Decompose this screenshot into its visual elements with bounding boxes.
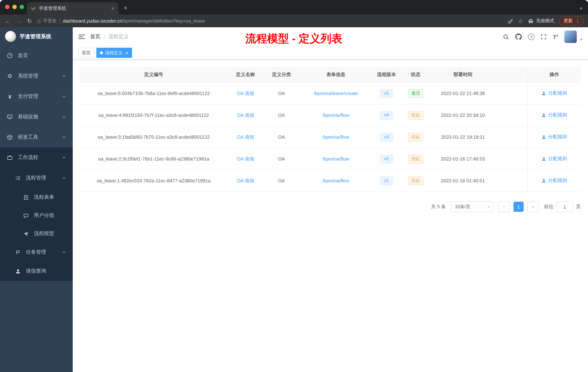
annotation-title: 流程模型 - 定义列表 <box>245 31 342 46</box>
sidebar-item-home[interactable]: 首页 <box>0 45 73 66</box>
workflow-section: 工作流程 流程管理 <box>0 147 73 281</box>
browser-tab[interactable]: 芋道管理系统 × <box>27 2 118 15</box>
sidebar-item-process-model[interactable]: 流程模型 <box>0 225 73 243</box>
goto-page-input[interactable]: 1 <box>556 201 573 212</box>
sidebar-item-user-group[interactable]: 用户分组 <box>0 206 73 225</box>
definition-table: 定义编号 定义名称 定义分类 表单信息 流程版本 状态 部署时间 操作 <box>80 67 581 192</box>
new-tab-button[interactable]: ＋ <box>122 3 129 12</box>
tab-close-icon[interactable]: × <box>111 5 115 11</box>
brand-avatar <box>5 31 16 42</box>
pagination: 共 5 条 10条/页 ▾ ‹ 1 › 前往 1 页 <box>80 201 581 212</box>
font-size-icon[interactable]: TT <box>553 34 558 40</box>
assign-rule-link[interactable]: 分配规则 <box>542 156 567 162</box>
definition-id: oa_leave:2:3c1f0ef1-76b1-11ec-9c66-a2380… <box>80 148 227 170</box>
table-row[interactable]: oa_leave:1:482ec033-762a-11ec-8477-a2380… <box>80 170 581 192</box>
user-avatar[interactable] <box>565 31 577 43</box>
chevron-down-icon <box>62 135 66 139</box>
address-bar[interactable]: ⚠ 不安全 dashboard.yudao.iocoder.cn/bpm/man… <box>37 18 503 24</box>
sidebar-item-task-management[interactable]: 任务管理 <box>0 243 73 262</box>
definition-name-link[interactable]: OA 请假 <box>237 112 254 118</box>
password-key-icon[interactable] <box>507 18 513 24</box>
version-badge: v1 <box>380 176 393 185</box>
sidebar-item-process-management[interactable]: 流程管理 <box>0 168 73 188</box>
close-window-button[interactable] <box>5 5 10 9</box>
tags-view-bar: 首页 流程定义 × <box>73 46 588 60</box>
table-row[interactable]: oa_leave:4:991f2193-7b7f-11ec-a3c8-acde4… <box>80 104 581 126</box>
definition-name-link[interactable]: OA 请假 <box>237 134 254 140</box>
status-badge: 挂起 <box>408 111 423 120</box>
next-page-button[interactable]: › <box>527 201 539 212</box>
col-status: 状态 <box>401 67 430 82</box>
version-badge: v3 <box>380 133 393 142</box>
minimize-window-button[interactable] <box>12 5 17 9</box>
sidebar-fold-icon[interactable] <box>79 34 85 39</box>
tag-close-icon[interactable]: × <box>126 50 128 55</box>
avatar-caret-icon[interactable]: ▾ <box>580 37 582 42</box>
form-link[interactable]: /bpm/oa/leave/create <box>314 91 358 96</box>
chevron-down-icon <box>62 74 66 78</box>
definition-name-link[interactable]: OA 请假 <box>237 156 254 161</box>
chat-bubble-icon <box>22 212 29 219</box>
zoom-window-button[interactable] <box>20 5 24 9</box>
table-row[interactable]: oa_leave:2:3c1f0ef1-76b1-11ec-9c66-a2380… <box>80 148 581 170</box>
help-icon[interactable]: ? <box>528 33 535 40</box>
omnibox-divider <box>59 18 60 23</box>
assign-rule-link[interactable]: 分配规则 <box>542 90 567 97</box>
breadcrumb-home[interactable]: 首页 <box>90 33 100 40</box>
sidebar-item-devtools[interactable]: 研发工具 <box>0 127 73 147</box>
url-text[interactable]: dashboard.yudao.iocoder.cn/bpm/manager/d… <box>63 18 205 24</box>
table-row[interactable]: oa_leave:3:1fad3d93-7b75-11ec-a3c8-acde4… <box>80 126 581 148</box>
form-link[interactable]: /bpm/oa/flow <box>322 134 349 140</box>
total-count: 共 5 条 <box>431 203 446 210</box>
search-icon[interactable] <box>503 34 509 40</box>
fullscreen-icon[interactable] <box>541 34 547 40</box>
browser-menu-icon[interactable]: ⋮ <box>575 18 580 24</box>
chrome-update-button[interactable]: 更新 ⋮ <box>559 16 584 25</box>
sidebar-item-leave-query[interactable]: 请假查询 <box>0 262 73 281</box>
definition-name-link[interactable]: OA 请假 <box>237 90 254 96</box>
sidebar-item-process-form[interactable]: 流程表单 <box>0 188 73 206</box>
col-operation: 操作 <box>527 67 581 82</box>
sidebar-item-workflow[interactable]: 工作流程 <box>0 147 73 168</box>
page-unit-label: 页 <box>576 203 581 210</box>
browser-tab-strip: 芋道管理系统 × ＋ ▾ <box>0 0 588 15</box>
security-label[interactable]: 不安全 <box>43 18 57 24</box>
sidebar-item-system[interactable]: ⚙ 系统管理 <box>0 66 73 86</box>
table-row[interactable]: oa_leave:5:004b710b-7b8a-11ec-8ef0-acde4… <box>80 82 581 104</box>
document-icon <box>22 194 29 201</box>
person-icon <box>542 178 546 183</box>
page-number-active[interactable]: 1 <box>514 202 524 212</box>
person-icon <box>542 156 546 161</box>
deploy-time: 2022-01-16 01:40:51 <box>430 170 495 192</box>
definition-name-link[interactable]: OA 请假 <box>237 178 254 183</box>
definition-category: OA <box>264 104 299 126</box>
form-link[interactable]: /bpm/oa/flow <box>322 112 349 118</box>
forward-button[interactable]: → <box>15 18 22 24</box>
person-icon <box>542 113 546 118</box>
definition-category: OA <box>264 126 299 148</box>
assign-rule-link[interactable]: 分配规则 <box>542 134 567 140</box>
incognito-icon <box>528 18 534 24</box>
monitor-icon <box>7 114 13 120</box>
tab-search-icon[interactable]: ▾ <box>580 6 588 11</box>
goto-label: 前往 <box>544 203 554 210</box>
prev-page-button[interactable]: ‹ <box>498 201 510 212</box>
person-icon <box>542 135 546 139</box>
update-label: 更新 <box>564 18 573 24</box>
page-size-select[interactable]: 10条/页 ▾ <box>451 201 493 212</box>
definition-id: oa_leave:3:1fad3d93-7b75-11ec-a3c8-acde4… <box>80 126 227 148</box>
sidebar-item-infrastructure[interactable]: 基础设施 <box>0 107 73 127</box>
assign-rule-link[interactable]: 分配规则 <box>542 177 567 184</box>
definition-id: oa_leave:1:482ec033-762a-11ec-8477-a2380… <box>80 170 227 192</box>
assign-rule-link[interactable]: 分配规则 <box>542 112 567 119</box>
tag-home[interactable]: 首页 <box>78 48 94 58</box>
sidebar-item-payment[interactable]: ¥ 支付管理 <box>0 86 73 107</box>
tag-process-definition[interactable]: 流程定义 × <box>96 48 132 58</box>
form-link[interactable]: /bpm/oa/flow <box>322 156 349 162</box>
incognito-badge: 无痕模式 <box>528 18 554 24</box>
github-icon[interactable] <box>515 33 522 40</box>
bookmark-star-icon[interactable]: ☆ <box>518 18 523 24</box>
form-link[interactable]: /bpm/oa/flow <box>322 178 349 184</box>
reload-button[interactable]: ↻ <box>26 18 33 24</box>
back-button[interactable]: ← <box>4 18 11 24</box>
